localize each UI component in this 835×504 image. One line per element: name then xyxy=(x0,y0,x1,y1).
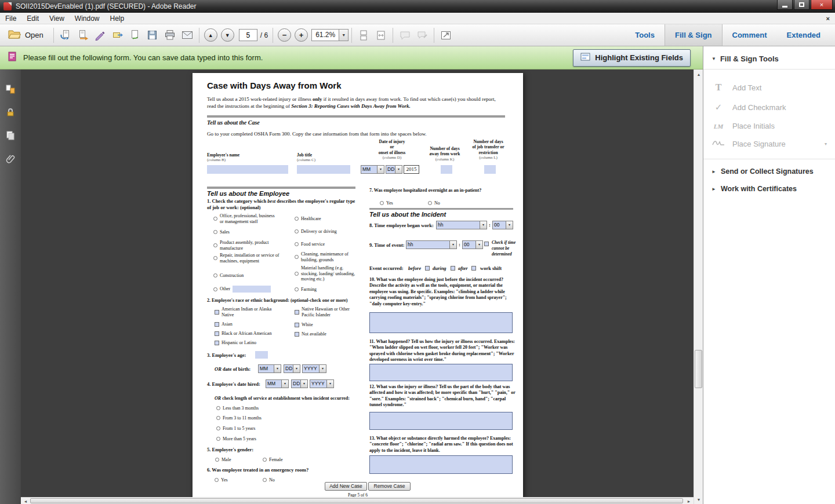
category-delivery-radio[interactable] xyxy=(295,229,299,233)
menu-view[interactable]: View xyxy=(44,13,70,24)
hospitalized-no-radio[interactable] xyxy=(428,201,432,205)
pages-panel-icon[interactable] xyxy=(5,130,16,141)
event-hour-select[interactable]: hh▾ xyxy=(406,240,457,249)
category-office-radio[interactable] xyxy=(213,217,217,221)
category-healthcare-radio[interactable] xyxy=(295,217,299,221)
event-during-checkbox[interactable] xyxy=(451,266,455,271)
menu-help[interactable]: Help xyxy=(105,13,130,24)
injury-month-select[interactable]: MM▾ xyxy=(361,165,384,174)
service-1-5-years-radio[interactable] xyxy=(216,426,220,430)
save-icon[interactable] xyxy=(144,28,161,43)
days-away-field[interactable] xyxy=(441,165,452,174)
remove-case-button[interactable]: Remove Case xyxy=(368,482,411,491)
dropdown-arrow-icon[interactable]: ▾ xyxy=(274,365,281,372)
service-less-3-months-radio[interactable] xyxy=(216,406,220,410)
q10-textarea[interactable] xyxy=(369,312,513,333)
category-other-radio[interactable] xyxy=(213,287,217,291)
dropdown-arrow-icon[interactable]: ▾ xyxy=(480,221,487,229)
vertical-scrollbar[interactable]: ▲ ▼ xyxy=(694,70,703,504)
dropdown-arrow-icon[interactable]: ▾ xyxy=(281,380,288,388)
hospitalized-yes-radio[interactable] xyxy=(380,201,384,205)
fill-sign-button[interactable]: Fill & Sign xyxy=(665,24,723,46)
zoom-dropdown-icon[interactable]: ▾ xyxy=(339,30,348,41)
print-icon[interactable] xyxy=(161,28,179,43)
category-assembly-radio[interactable] xyxy=(213,243,217,247)
add-new-case-button[interactable]: Add New Case xyxy=(325,482,367,491)
injury-day-select[interactable]: DD▾ xyxy=(386,165,402,174)
category-farming-radio[interactable] xyxy=(295,287,299,291)
open-button[interactable]: Open xyxy=(5,28,50,43)
job-title-field[interactable] xyxy=(297,165,350,174)
began-work-minute-select[interactable]: 00▾ xyxy=(492,221,513,229)
menu-window[interactable]: Window xyxy=(70,13,105,24)
comment-button[interactable]: Comment xyxy=(723,24,777,46)
dob-day-select[interactable]: DD▾ xyxy=(284,364,300,373)
minimize-button[interactable] xyxy=(777,0,793,10)
gender-female-radio[interactable] xyxy=(263,458,267,462)
category-repair-radio[interactable] xyxy=(213,256,217,260)
other-category-field[interactable] xyxy=(233,286,271,293)
menubar-close-icon[interactable]: × xyxy=(826,13,830,24)
gender-male-radio[interactable] xyxy=(215,458,219,462)
fill-sign-pen-icon[interactable] xyxy=(92,28,109,43)
scroll-right-icon[interactable]: ► xyxy=(684,498,694,504)
race-hispanic-checkbox[interactable] xyxy=(215,341,219,345)
place-signature-tool[interactable]: Place Signature ▾ xyxy=(703,135,835,153)
category-food-service-radio[interactable] xyxy=(295,242,299,246)
page-thumbnails-icon[interactable] xyxy=(5,83,16,95)
category-cleaning-radio[interactable] xyxy=(295,255,299,259)
category-construction-radio[interactable] xyxy=(213,273,217,277)
horizontal-scrollbar[interactable]: ◄ ► xyxy=(21,497,694,504)
share-file-icon[interactable] xyxy=(109,28,126,43)
dropdown-arrow-icon[interactable]: ▾ xyxy=(377,166,384,173)
save-online-icon[interactable] xyxy=(57,28,74,43)
hired-month-select[interactable]: MM▾ xyxy=(266,379,289,388)
email-icon[interactable] xyxy=(179,28,196,43)
service-3-11-months-radio[interactable] xyxy=(216,416,220,420)
service-more-5-years-radio[interactable] xyxy=(216,437,220,441)
fit-width-icon[interactable] xyxy=(372,28,390,43)
page-number-input[interactable] xyxy=(239,29,257,41)
er-no-radio[interactable] xyxy=(263,478,267,482)
dropdown-arrow-icon[interactable]: ▾ xyxy=(300,380,307,388)
vertical-scrollbar-thumb[interactable] xyxy=(695,350,702,388)
race-hawaiian-checkbox[interactable] xyxy=(295,310,299,315)
previous-page-button[interactable]: ▲ xyxy=(204,28,217,42)
employee-name-field[interactable] xyxy=(207,165,288,174)
time-undetermined-checkbox[interactable] xyxy=(484,242,489,246)
next-page-button[interactable]: ▼ xyxy=(221,28,234,42)
dropdown-arrow-icon[interactable]: ▾ xyxy=(395,166,402,173)
tools-button[interactable]: Tools xyxy=(625,24,665,46)
began-work-hour-select[interactable]: hh▾ xyxy=(436,221,487,229)
maximize-button[interactable] xyxy=(794,0,809,10)
dropdown-arrow-icon[interactable]: ▾ xyxy=(319,365,326,372)
work-with-certificates[interactable]: ►Work with Certificates xyxy=(703,180,835,198)
menu-file[interactable]: File xyxy=(0,13,21,24)
attachments-icon[interactable] xyxy=(5,154,16,166)
dropdown-arrow-icon[interactable]: ▾ xyxy=(293,365,300,372)
age-field[interactable] xyxy=(255,351,268,359)
race-black-checkbox[interactable] xyxy=(215,331,219,336)
event-before-checkbox[interactable] xyxy=(425,266,430,271)
security-lock-icon[interactable] xyxy=(5,107,16,118)
close-window-button[interactable]: × xyxy=(811,0,833,10)
hired-day-select[interactable]: DD▾ xyxy=(291,379,308,388)
dob-year-select[interactable]: YYYY▾ xyxy=(302,364,326,373)
page-scroll-mode-icon[interactable] xyxy=(355,28,372,43)
dob-month-select[interactable]: MM▾ xyxy=(258,364,281,373)
send-collect-signatures[interactable]: ►Send or Collect Signatures xyxy=(703,163,835,180)
q11-textarea[interactable] xyxy=(369,364,513,381)
race-white-checkbox[interactable] xyxy=(295,323,299,327)
race-american-indian-checkbox[interactable] xyxy=(215,310,219,315)
q12-textarea[interactable] xyxy=(369,412,513,430)
scroll-up-icon[interactable]: ▲ xyxy=(694,70,703,79)
scroll-down-icon[interactable]: ▼ xyxy=(694,495,703,504)
send-for-signature-icon[interactable] xyxy=(126,28,144,43)
highlight-fields-button[interactable]: Highlight Existing Fields xyxy=(573,49,691,67)
dropdown-arrow-icon[interactable]: ▾ xyxy=(326,380,333,388)
race-not-available-checkbox[interactable] xyxy=(295,332,299,337)
zoom-out-button[interactable]: − xyxy=(278,28,291,42)
race-asian-checkbox[interactable] xyxy=(215,322,219,327)
dropdown-arrow-icon[interactable]: ▾ xyxy=(506,221,513,229)
event-after-checkbox[interactable] xyxy=(471,266,476,271)
